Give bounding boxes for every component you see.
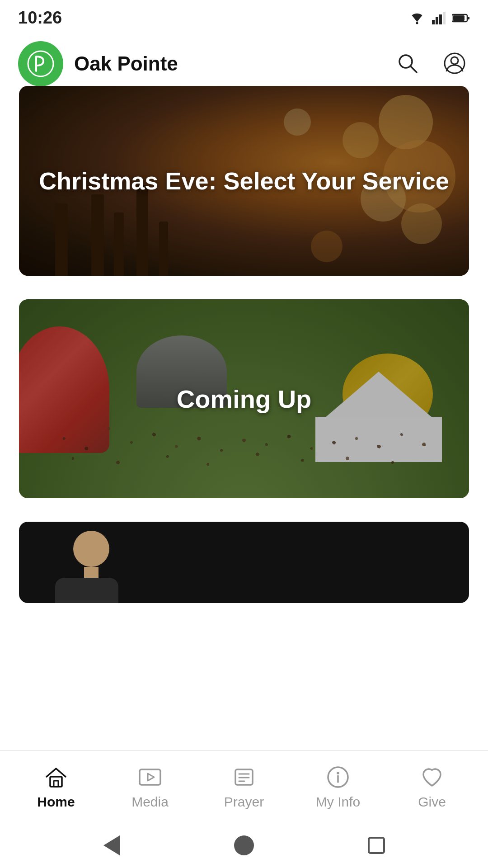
svg-rect-2: [436, 17, 438, 24]
prayer-nav-label: Prayer: [224, 794, 264, 810]
svg-rect-6: [467, 17, 469, 19]
home-circle: [234, 835, 254, 855]
media-icon: [138, 765, 162, 789]
coming-up-text-container: Coming Up: [19, 299, 469, 498]
svg-point-12: [451, 57, 458, 64]
profile-icon: [443, 52, 466, 75]
wifi-icon: [408, 12, 426, 24]
coming-up-title: Coming Up: [177, 384, 312, 414]
home-nav-icon: [43, 764, 69, 790]
nav-item-home[interactable]: Home: [22, 760, 90, 814]
svg-line-10: [410, 66, 417, 72]
media-nav-label: Media: [131, 794, 169, 810]
prayer-nav-icon: [231, 764, 257, 790]
android-recent-button[interactable]: [363, 832, 390, 859]
profile-button[interactable]: [439, 48, 470, 80]
status-bar: 10:26: [0, 0, 488, 32]
svg-rect-3: [439, 14, 442, 24]
search-icon: [396, 52, 419, 75]
status-time: 10:26: [18, 8, 62, 28]
christmas-eve-card[interactable]: Christmas Eve: Select Your Service: [19, 86, 469, 276]
my-info-icon: [326, 765, 350, 789]
home-icon: [44, 765, 68, 789]
svg-point-8: [28, 51, 53, 76]
give-nav-icon: [419, 764, 445, 790]
android-back-button[interactable]: [98, 832, 125, 859]
app-name: Oak Pointe: [74, 52, 392, 75]
recent-square: [368, 837, 385, 854]
media-nav-icon: [137, 764, 163, 790]
svg-rect-4: [443, 12, 446, 24]
give-nav-label: Give: [418, 794, 446, 810]
nav-item-media[interactable]: Media: [116, 760, 184, 814]
person-shoulder: [55, 578, 118, 603]
android-home-button[interactable]: [230, 832, 258, 859]
give-icon: [420, 765, 444, 789]
nav-item-give[interactable]: Give: [398, 760, 466, 814]
person-head: [73, 531, 109, 567]
svg-rect-13: [50, 777, 62, 787]
christmas-card-title: Christmas Eve: Select Your Service: [39, 165, 449, 197]
svg-marker-16: [148, 774, 154, 781]
svg-point-0: [416, 22, 418, 24]
svg-rect-15: [140, 769, 160, 785]
battery-icon: [452, 13, 470, 23]
svg-point-23: [337, 772, 339, 774]
svg-rect-14: [54, 781, 58, 787]
search-button[interactable]: [392, 48, 423, 80]
my-info-nav-icon: [325, 764, 351, 790]
svg-rect-7: [453, 15, 465, 21]
logo-icon: [26, 49, 55, 78]
home-nav-label: Home: [37, 794, 75, 810]
back-triangle: [103, 835, 120, 855]
nav-item-my-info[interactable]: My Info: [304, 760, 372, 814]
person-silhouette: [55, 531, 127, 603]
header-actions: [392, 48, 470, 80]
signal-icon: [432, 12, 446, 24]
card-text-container: Christmas Eve: Select Your Service: [19, 86, 469, 276]
my-info-nav-label: My Info: [316, 794, 360, 810]
svg-rect-1: [432, 20, 435, 24]
prayer-icon: [232, 765, 256, 789]
main-content: Christmas Eve: Select Your Service Comin…: [0, 86, 488, 750]
status-icons: [408, 12, 470, 24]
person-neck: [84, 567, 99, 578]
coming-up-card[interactable]: Coming Up: [19, 299, 469, 498]
app-logo[interactable]: [18, 41, 63, 86]
bottom-nav: Home Media Prayer: [0, 750, 488, 823]
android-nav-bar: [0, 823, 488, 868]
video-card[interactable]: [19, 522, 469, 603]
nav-item-prayer[interactable]: Prayer: [210, 760, 278, 814]
